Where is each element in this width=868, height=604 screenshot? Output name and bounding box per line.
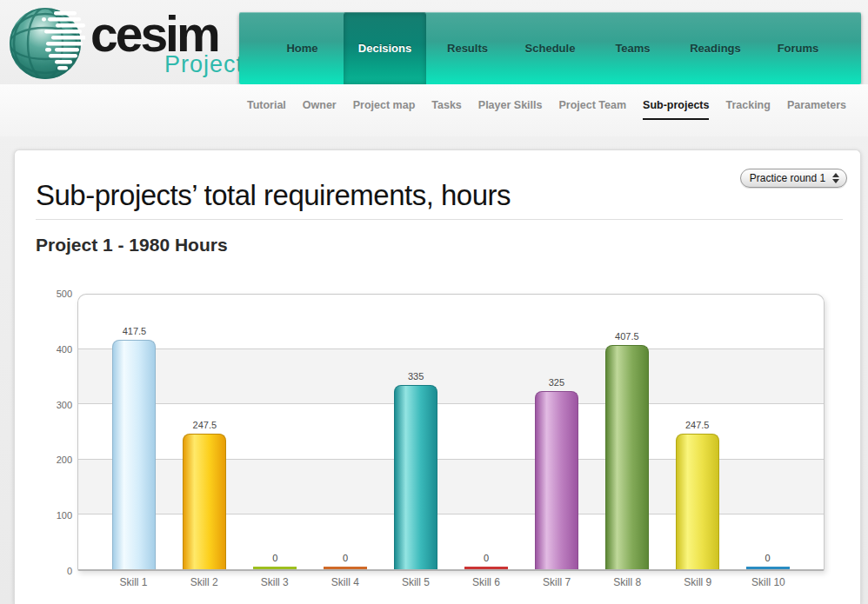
y-tick-label: 300 [57,400,72,410]
bar-column-skill-3: 0 [240,295,310,569]
bar-column-skill-1: 417.5 [99,295,170,569]
nav-tab-results[interactable]: Results [426,12,509,84]
top-banner: cesim Project HomeDecisionsResultsSchedu… [0,0,868,84]
bar-column-skill-10: 0 [732,295,803,569]
nav-tab-decisions[interactable]: Decisions [344,12,426,84]
cesim-logo[interactable]: cesim Project [7,4,237,83]
y-tick-label: 0 [67,566,72,576]
x-tick-label: Skill 7 [522,576,592,588]
stepper-arrows-icon [831,173,846,183]
bar-skill-5 [394,385,437,569]
x-tick-label: Skill 2 [169,576,239,588]
bar-value-label: 247.5 [193,420,217,430]
chart-y-axis: 0100200300400500 [15,294,72,571]
y-tick-label: 400 [57,344,72,355]
x-tick-label: Skill 5 [380,576,451,588]
x-tick-label: Skill 9 [663,576,733,588]
bar-value-label: 247.5 [685,420,710,430]
nav-tab-forums[interactable]: Forums [757,12,839,84]
bar-value-label: 417.5 [123,326,147,336]
main-nav: HomeDecisionsResultsScheduleTeamsReading… [239,12,861,84]
bar-skill-10 [746,567,790,569]
sub-nav: TutorialOwnerProject mapTasksPlayer Skil… [0,84,868,136]
bar-skill-2 [183,434,226,569]
bar-skill-6 [464,567,508,569]
bar-value-label: 0 [765,553,771,563]
bar-column-skill-8: 407.5 [591,295,662,569]
round-selector[interactable]: Practice round 1 [740,169,847,188]
chart-plot-area: 417.5247.5003350325407.5247.50 [77,294,825,571]
nav-tab-readings[interactable]: Readings [674,12,757,84]
bar-value-label: 0 [484,553,489,563]
bar-skill-4 [324,567,367,569]
bar-value-label: 335 [408,371,424,382]
subnav-item-tasks[interactable]: Tasks [431,99,462,118]
x-tick-label: Skill 3 [239,576,310,588]
nav-tab-teams[interactable]: Teams [591,12,674,84]
x-tick-label: Skill 6 [451,576,521,588]
chart-x-axis: Skill 1Skill 2Skill 3Skill 4Skill 5Skill… [77,576,825,588]
subnav-item-sub-projects[interactable]: Sub-projects [643,99,709,120]
subnav-item-project-team[interactable]: Project Team [558,99,626,118]
arrow-up-icon [832,173,839,177]
bar-value-label: 407.5 [615,331,639,342]
y-tick-label: 200 [57,455,72,465]
globe-icon [7,4,85,83]
subnav-item-player-skills[interactable]: Player Skills [478,99,543,118]
bar-column-skill-9: 247.5 [662,295,732,569]
content-card: Practice round 1 Sub-projects’ total req… [14,149,861,604]
chart-subtitle: Project 1 - 1980 Hours [36,235,228,256]
x-tick-label: Skill 4 [310,576,380,588]
subnav-item-owner[interactable]: Owner [303,99,337,118]
bar-value-label: 325 [549,377,564,388]
x-tick-label: Skill 10 [733,576,804,588]
bar-column-skill-5: 335 [381,295,451,569]
subnav-item-tracking[interactable]: Tracking [725,99,770,118]
bar-skill-1 [112,340,156,569]
bar-column-skill-2: 247.5 [170,295,240,569]
page-title: Sub-projects’ total requirements, hours [36,179,511,212]
subnav-item-parameters[interactable]: Parameters [787,99,846,118]
bar-column-skill-4: 0 [310,295,381,569]
bar-value-label: 0 [343,553,348,563]
arrow-down-icon [832,179,839,183]
bar-column-skill-7: 325 [521,295,591,569]
subnav-item-tutorial[interactable]: Tutorial [247,99,286,118]
bar-column-skill-6: 0 [451,295,522,569]
x-tick-label: Skill 1 [98,576,169,588]
title-divider [36,219,843,220]
nav-tab-home[interactable]: Home [261,12,344,84]
round-selector-value: Practice round 1 [741,172,831,184]
x-tick-label: Skill 8 [592,576,663,588]
bar-value-label: 0 [272,553,277,563]
bar-skill-9 [676,434,719,569]
y-tick-label: 100 [57,510,72,521]
chart-bars: 417.5247.5003350325407.5247.50 [78,295,824,569]
bar-skill-8 [605,345,649,569]
subnav-item-project-map[interactable]: Project map [353,99,416,118]
nav-tab-schedule[interactable]: Schedule [509,12,591,84]
y-tick-label: 500 [57,289,72,299]
bar-skill-7 [535,391,578,569]
bar-skill-3 [253,567,297,569]
